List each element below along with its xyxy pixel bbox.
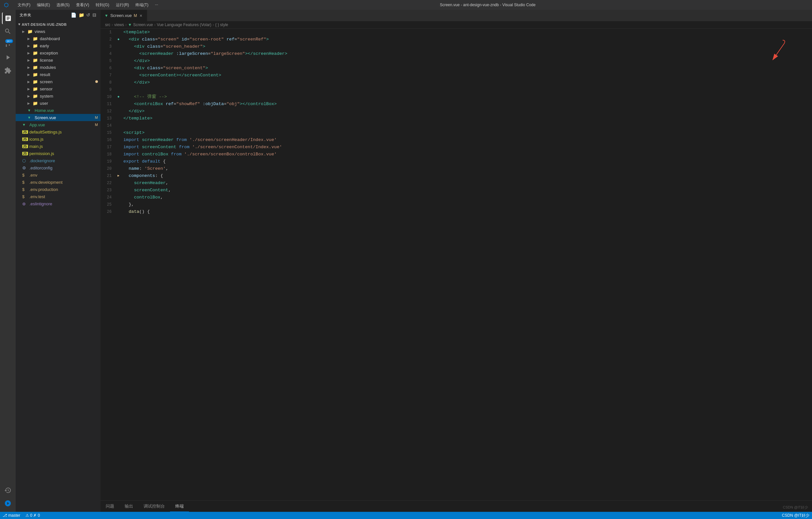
tree-item[interactable]: ▼App.vueM bbox=[16, 121, 100, 128]
history-activity-icon[interactable] bbox=[2, 484, 14, 496]
tree-item[interactable]: $.env.development bbox=[16, 178, 100, 186]
folder-icon: 📁 bbox=[33, 94, 38, 98]
tree-label: Home.vue bbox=[35, 108, 98, 113]
tab-close-button[interactable]: × bbox=[139, 13, 143, 19]
breadcrumb-screen-vue[interactable]: Screen.vue bbox=[133, 23, 153, 27]
tab-screen-vue[interactable]: ▼ Screen.vue M × bbox=[100, 10, 147, 21]
tree-item[interactable]: $.env.production bbox=[16, 186, 100, 193]
folder-icon: 📁 bbox=[33, 86, 38, 91]
folder-icon: 📁 bbox=[27, 29, 33, 34]
breadcrumb-views[interactable]: views bbox=[114, 23, 124, 27]
menu-item[interactable]: 编辑(E) bbox=[34, 2, 53, 8]
panel-tab-problems[interactable]: 问题 bbox=[100, 501, 119, 512]
tree-item[interactable]: ▶📁modules bbox=[16, 64, 100, 71]
tree-item[interactable]: ▶📁views bbox=[16, 28, 100, 35]
files-activity-icon[interactable] bbox=[2, 12, 14, 24]
tree-arrow: ▶ bbox=[27, 58, 33, 62]
explorer-title[interactable]: ▾ ANT-DESIGN-VUE-ZNDB bbox=[16, 21, 100, 28]
menu-item[interactable]: 终端(T) bbox=[133, 2, 151, 8]
config-icon: ⚙ bbox=[22, 166, 28, 170]
tree-item[interactable]: JSpermission.js bbox=[16, 150, 100, 157]
tree-label: App.vue bbox=[29, 122, 95, 127]
eslint-icon: ⊛ bbox=[22, 201, 28, 206]
tree-label: .dockerignore bbox=[29, 158, 98, 163]
ai-activity-icon[interactable] bbox=[2, 497, 14, 509]
new-folder-icon[interactable]: 📁 bbox=[79, 12, 85, 18]
tree-item[interactable]: ▶📁early bbox=[16, 42, 100, 49]
breadcrumb-volar[interactable]: Vue Language Features (Volar) bbox=[157, 23, 211, 27]
vscode-logo: ⬡ bbox=[4, 2, 8, 8]
source-control-activity-icon[interactable]: 1K+ bbox=[2, 38, 14, 50]
tree-arrow: ▶ bbox=[27, 66, 33, 69]
code-line: 22 screenHeader, bbox=[100, 179, 812, 187]
tab-modified-badge: M bbox=[134, 13, 137, 18]
folder-icon: 📁 bbox=[33, 58, 38, 63]
tree-item[interactable]: ⬡.dockerignore bbox=[16, 157, 100, 164]
code-line: 17 import screenContent from './screen/s… bbox=[100, 144, 812, 151]
explorer-section: ▾ ANT-DESIGN-VUE-ZNDB ▶📁views▶📁dashboard… bbox=[16, 20, 100, 208]
status-branch: ⎇ master bbox=[3, 513, 20, 518]
tree-arrow: ▶ bbox=[27, 94, 33, 98]
panel-tab-output[interactable]: 输出 bbox=[119, 501, 138, 512]
tree-label: .env.production bbox=[29, 187, 98, 192]
folder-icon: 📁 bbox=[33, 44, 38, 48]
code-line: 20 name: 'Screen', bbox=[100, 165, 812, 172]
new-file-icon[interactable]: 📄 bbox=[71, 12, 77, 18]
tree-item[interactable]: JSicons.js bbox=[16, 136, 100, 143]
tree-item[interactable]: JSmain.js bbox=[16, 143, 100, 150]
tree-item[interactable]: ▶📁system bbox=[16, 92, 100, 99]
tree-item[interactable]: ⚙.editorconfig bbox=[16, 164, 100, 171]
extensions-activity-icon[interactable] bbox=[2, 65, 14, 76]
code-line: 12 </div> bbox=[100, 108, 812, 115]
breadcrumb-screen-vue-icon: ▼ bbox=[128, 23, 132, 27]
tree-item[interactable]: ▶📁dashboard bbox=[16, 35, 100, 42]
tree-item[interactable]: ▼Screen.vueM bbox=[16, 114, 100, 121]
docker-icon: ⬡ bbox=[22, 158, 28, 163]
menu-item[interactable]: 选择(S) bbox=[54, 2, 72, 8]
collapse-all-icon[interactable]: ⊟ bbox=[92, 12, 96, 18]
breadcrumb-src[interactable]: src bbox=[105, 23, 110, 27]
search-activity-icon[interactable] bbox=[2, 25, 14, 37]
code-line: 4 <screenHeader :largeScreen="largeScree… bbox=[100, 50, 812, 57]
tree-label: dashboard bbox=[40, 36, 98, 41]
panel-tab-debug-console[interactable]: 调试控制台 bbox=[138, 501, 170, 512]
menu-item[interactable]: 运行(R) bbox=[113, 2, 132, 8]
code-line: 26 data() { bbox=[100, 208, 812, 215]
tree-item[interactable]: ▶📁license bbox=[16, 56, 100, 64]
tree-item[interactable]: ▶📁exception bbox=[16, 49, 100, 56]
tree-item[interactable]: $.env.test bbox=[16, 193, 100, 200]
menu-item[interactable]: 转到(G) bbox=[93, 2, 112, 8]
menu-item[interactable]: 文件(F) bbox=[15, 2, 33, 8]
code-editor[interactable]: 1 <template> 2 ◆ <div class="screen" id=… bbox=[100, 29, 812, 500]
tree-item[interactable]: ▶📁sensor bbox=[16, 85, 100, 92]
refresh-icon[interactable]: ↺ bbox=[86, 12, 90, 18]
tree-arrow: ▶ bbox=[27, 51, 33, 55]
breadcrumb-style[interactable]: { } style bbox=[215, 23, 228, 27]
tree-item[interactable]: ▶📁screen bbox=[16, 78, 100, 85]
title-bar-center: Screen.vue - ant-design-vue-zndb - Visua… bbox=[168, 3, 808, 7]
tree-label: views bbox=[35, 29, 98, 34]
tree-label: .env.development bbox=[29, 180, 98, 185]
sidebar-content: ▾ ANT-DESIGN-VUE-ZNDB ▶📁views▶📁dashboard… bbox=[16, 20, 100, 512]
tree-item[interactable]: ▼Home.vue bbox=[16, 107, 100, 114]
folder-icon: 📁 bbox=[33, 51, 38, 56]
sidebar-header: 文件夹 📄 📁 ↺ ⊟ bbox=[16, 10, 100, 20]
folder-icon: 📁 bbox=[33, 101, 38, 106]
tree-item[interactable]: ▶📁user bbox=[16, 99, 100, 107]
menu-item[interactable]: 查看(V) bbox=[74, 2, 92, 8]
tree-item[interactable]: ⊛.eslintignore bbox=[16, 200, 100, 207]
panel-tab-terminal[interactable]: 终端 bbox=[170, 501, 189, 512]
editor-area: ▼ Screen.vue M × src › views › ▼ Screen.… bbox=[100, 10, 812, 512]
code-line: 15 <script> bbox=[100, 129, 812, 137]
run-activity-icon[interactable] bbox=[2, 52, 14, 63]
tree-item[interactable]: ▶📁result bbox=[16, 71, 100, 78]
code-line: 13 </template> bbox=[100, 115, 812, 122]
code-line: 3 <div class="screen_header"> bbox=[100, 43, 812, 50]
main-layout: 1K+ 文件夹 📄 📁 bbox=[0, 10, 812, 512]
explorer-title-label: ANT-DESIGN-VUE-ZNDB bbox=[22, 23, 67, 26]
tree-item[interactable]: JSdefaultSettings.js bbox=[16, 128, 100, 136]
unsaved-dot bbox=[95, 80, 98, 83]
tree-label: early bbox=[40, 44, 98, 48]
menu-item[interactable]: ··· bbox=[152, 2, 161, 8]
tree-item[interactable]: $.env bbox=[16, 171, 100, 178]
